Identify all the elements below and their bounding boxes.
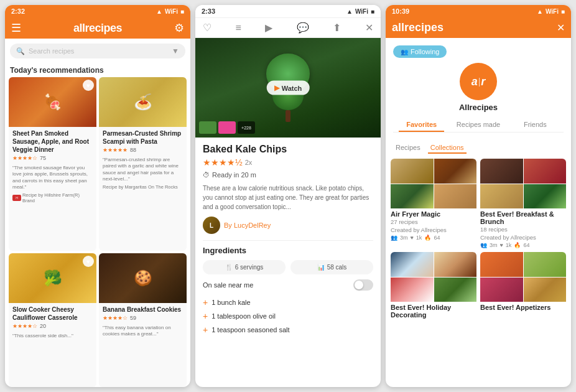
plus-icon-1: + — [203, 297, 208, 307]
recipe-card-3[interactable]: 🥦 ♥ Slow Cooker Cheesy Cauliflower Casse… — [9, 253, 96, 387]
collection-imgs-2 — [480, 159, 566, 208]
clock-icon: ⏱ — [203, 171, 210, 179]
watch-button[interactable]: ▶ Watch — [267, 81, 310, 95]
stars-4: ★★★★☆ — [103, 315, 128, 321]
like-stat-2: 1k — [506, 242, 512, 248]
recipe-card-1[interactable]: 🍖 ♥ Sheet Pan Smoked Sausage, Apple, and… — [9, 77, 96, 251]
collection-card-2[interactable]: Best Ever! Breakfast & Brunch 18 recipes… — [480, 159, 566, 248]
brand-logo-1: H — [12, 195, 21, 201]
search-bar[interactable]: 🔍 Search recipes ▼ — [10, 44, 185, 58]
list-nav-icon[interactable]: ≡ — [236, 22, 241, 34]
ingredient-text-2: 1 tablespoon olive oil — [211, 312, 276, 320]
sale-toggle[interactable] — [353, 279, 373, 291]
desc-4: "This easy banana variation on cookies m… — [103, 325, 183, 338]
sub-tab-recipes[interactable]: Recipes — [393, 142, 423, 154]
recipe-info-3: Slow Cooker Cheesy Cauliflower Casserole… — [9, 303, 96, 343]
profile-name: Allrecipes — [459, 103, 498, 112]
cals-icon: 📊 — [317, 264, 325, 271]
wifi-icon-2: WiFi — [355, 8, 368, 15]
coll-img-3c — [391, 278, 434, 302]
chat-nav-icon[interactable]: 💬 — [297, 22, 309, 34]
coll-img-1d — [434, 184, 477, 209]
thumb-more: +228 — [238, 121, 255, 134]
ingredient-3: + 1 teaspoon seasoned salt — [203, 323, 373, 337]
battery-icon-2: ■ — [371, 8, 374, 15]
servings-row: 🍴 6 servings 📊 58 cals — [203, 260, 373, 274]
toggle-dot — [355, 281, 363, 289]
collection-meta-1: 27 recipes — [391, 218, 476, 225]
brand-text-1: Recipe by Hillshire Farm(R) Brand — [22, 192, 93, 203]
rating-3: 20 — [40, 323, 46, 329]
plus-icon-3: + — [203, 325, 208, 335]
servings-button[interactable]: 🍴 6 servings — [203, 260, 286, 274]
coll-img-3b — [434, 252, 477, 277]
tab-friends[interactable]: Friends — [507, 117, 564, 132]
phone2-nav: ♡ ≡ ▶ 💬 ⬆ ✕ — [195, 18, 381, 38]
status-bar-1: 2:32 ▲ WiFi ■ — [5, 5, 190, 17]
tab-favorites[interactable]: Favorites — [393, 117, 450, 132]
stars-1: ★★★★☆ — [12, 155, 37, 161]
thumb-1 — [199, 121, 216, 134]
stars-3: ★★★★☆ — [12, 323, 37, 329]
ingredients-title: Ingredients — [203, 246, 373, 255]
recipe-name-2: Parmesan-Crusted Shrimp Scampi with Past… — [103, 129, 183, 146]
sale-row: On sale near me — [203, 279, 373, 291]
status-bar-3: 10:39 ▲ WiFi ■ — [386, 5, 571, 17]
tab-recipes-made[interactable]: Recipes made — [450, 117, 506, 132]
calories-label: 58 cals — [327, 264, 347, 271]
recipe-stars: ★★★★½ — [203, 157, 243, 167]
play-nav-icon[interactable]: ▶ — [265, 22, 272, 34]
recipe-info-4: Banana Breakfast Cookies ★★★★☆ 59 "This … — [99, 303, 187, 342]
recipe-grid: 🍖 ♥ Sheet Pan Smoked Sausage, Apple, and… — [5, 77, 190, 387]
collection-card-3[interactable]: Best Ever! Holiday Decorating — [391, 252, 476, 319]
plus-icon-2: + — [203, 311, 208, 321]
recipe-name-3: Slow Cooker Cheesy Cauliflower Casserole — [12, 306, 93, 322]
close-icon-3[interactable]: ✕ — [557, 22, 565, 34]
profile-top: 👥 Following a | r Allrecipes Favorites R… — [386, 38, 571, 138]
collection-name-1: Air Fryer Magic — [391, 208, 476, 218]
allrecipes-logo-3: allrecipes — [392, 21, 444, 34]
people-icon: 👥 — [401, 49, 408, 55]
dropdown-icon: ▼ — [172, 47, 179, 55]
people-stat-2: 3m — [490, 242, 498, 248]
time-2: 2:33 — [202, 7, 215, 15]
recipe-card-4[interactable]: 🍪 Banana Breakfast Cookies ★★★★☆ 59 "Thi… — [99, 253, 187, 387]
recipe-name-4: Banana Breakfast Cookies — [103, 306, 183, 314]
recipe-title: Baked Kale Chips — [203, 144, 373, 155]
hamburger-icon[interactable]: ☰ — [11, 21, 21, 35]
stars-2: ★★★★★ — [103, 147, 128, 153]
calories-button[interactable]: 📊 58 cals — [290, 260, 373, 274]
status-icons-1: ▲ WiFi ■ — [156, 8, 184, 15]
coll-img-2a — [480, 159, 523, 184]
share-nav-icon[interactable]: ⬆ — [333, 22, 341, 34]
close-nav-icon[interactable]: ✕ — [365, 22, 373, 34]
ingredient-1: + 1 bunch kale — [203, 296, 373, 309]
desc-2: "Parmesan-crusted shrimp are paired with… — [103, 157, 183, 183]
sub-tabs: Recipes Collections — [386, 138, 571, 159]
play-icon-watch: ▶ — [274, 84, 279, 92]
sale-label: On sale near me — [203, 281, 253, 289]
gear-icon[interactable]: ⚙ — [174, 21, 184, 35]
following-button[interactable]: 👥 Following — [393, 45, 447, 58]
collection-card-1[interactable]: Air Fryer Magic 27 recipes Created by Al… — [391, 159, 476, 248]
collection-stats-2: 👥 3m ♥ 1k 🔥 64 — [480, 242, 566, 248]
fork-icon: 🍴 — [225, 264, 233, 271]
coll-img-4b — [524, 252, 567, 277]
sub-tab-collections[interactable]: Collections — [428, 142, 467, 154]
collection-name-2: Best Ever! Breakfast & Brunch — [480, 208, 566, 226]
collections-grid: Air Fryer Magic 27 recipes Created by Al… — [386, 159, 571, 319]
heart-icon-3[interactable]: ♥ — [83, 256, 94, 267]
allrecipes-logo-1: allrecipes — [73, 22, 122, 35]
collection-name-4: Best Ever! Appetizers — [480, 302, 566, 312]
heart-icon-1[interactable]: ♥ — [83, 80, 94, 91]
signal-icon-3: ▲ — [537, 8, 543, 15]
collection-imgs-3 — [391, 252, 476, 302]
heart-nav-icon[interactable]: ♡ — [203, 22, 211, 34]
collection-card-4[interactable]: Best Ever! Appetizers — [480, 252, 566, 319]
collection-name-3: Best Ever! Holiday Decorating — [391, 302, 476, 319]
phone2-content: Baked Kale Chips ★★★★½ 2x ⏱ Ready in 20 … — [195, 138, 381, 387]
section-title-recommendations: Today's recommendations — [5, 63, 190, 77]
phone3-header: allrecipes ✕ — [386, 17, 571, 38]
recipe-card-2[interactable]: 🍝 Parmesan-Crusted Shrimp Scampi with Pa… — [99, 77, 187, 251]
collection-stats-1: 👥 3m ♥ 1k 🔥 64 — [391, 235, 476, 241]
